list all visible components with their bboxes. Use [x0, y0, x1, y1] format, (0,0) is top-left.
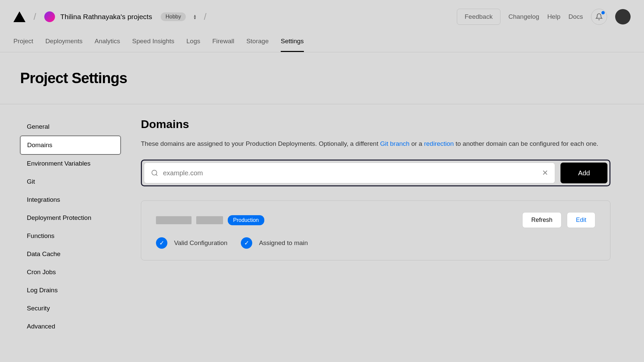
- changelog-link[interactable]: Changelog: [508, 13, 539, 20]
- section-title: Domains: [141, 118, 610, 131]
- docs-link[interactable]: Docs: [569, 13, 583, 20]
- user-avatar[interactable]: [615, 9, 631, 24]
- sidebar-item-deployment-protection[interactable]: Deployment Protection: [20, 209, 121, 227]
- sidebar-item-cron-jobs[interactable]: Cron Jobs: [20, 263, 121, 281]
- redirection-link[interactable]: redirection: [424, 140, 454, 147]
- settings-sidebar: GeneralDomainsEnvironment VariablesGitIn…: [20, 118, 121, 336]
- domain-name-redacted: [156, 216, 192, 224]
- sidebar-item-general[interactable]: General: [20, 118, 121, 136]
- plan-badge: Hobby: [161, 12, 185, 21]
- tab-analytics[interactable]: Analytics: [95, 34, 120, 52]
- scope-switcher-icon[interactable]: ▴▾: [194, 14, 196, 19]
- production-badge: Production: [228, 215, 264, 225]
- domain-card: Production Refresh Edit ✓ Valid Configur…: [141, 200, 610, 260]
- help-link[interactable]: Help: [547, 13, 560, 20]
- status-valid-config: ✓ Valid Configuration: [156, 237, 227, 249]
- feedback-button[interactable]: Feedback: [457, 9, 500, 25]
- separator-icon: /: [34, 11, 36, 22]
- add-button[interactable]: Add: [560, 163, 607, 183]
- team-avatar-icon[interactable]: [44, 11, 55, 22]
- page-title: Project Settings: [20, 70, 624, 86]
- vercel-logo-icon[interactable]: [13, 11, 25, 22]
- nav-tabs: ProjectDeploymentsAnalyticsSpeed Insight…: [0, 34, 644, 52]
- add-domain-form: ✕ Add: [141, 160, 610, 186]
- sidebar-item-integrations[interactable]: Integrations: [20, 191, 121, 209]
- tab-deployments[interactable]: Deployments: [45, 34, 83, 52]
- check-circle-icon: ✓: [156, 237, 167, 249]
- sidebar-item-domains[interactable]: Domains: [20, 136, 121, 155]
- section-description: These domains are assigned to your Produ…: [141, 139, 610, 149]
- edit-button[interactable]: Edit: [567, 212, 595, 228]
- bell-icon: [595, 13, 603, 20]
- git-branch-link[interactable]: Git branch: [380, 140, 410, 147]
- clear-icon[interactable]: ✕: [542, 169, 548, 177]
- svg-point-0: [152, 170, 157, 175]
- tab-storage[interactable]: Storage: [246, 34, 269, 52]
- check-circle-icon: ✓: [241, 237, 252, 249]
- domain-name-redacted: [196, 216, 223, 224]
- tab-firewall[interactable]: Firewall: [212, 34, 234, 52]
- sidebar-item-git[interactable]: Git: [20, 173, 121, 191]
- project-name[interactable]: Thilina Rathnayaka's projects: [60, 13, 152, 21]
- tab-logs[interactable]: Logs: [186, 34, 200, 52]
- domain-input[interactable]: [163, 169, 542, 177]
- sidebar-item-advanced[interactable]: Advanced: [20, 317, 121, 336]
- domain-input-wrapper[interactable]: ✕: [144, 163, 555, 183]
- sidebar-item-security[interactable]: Security: [20, 299, 121, 317]
- sidebar-item-data-cache[interactable]: Data Cache: [20, 245, 121, 263]
- sidebar-item-functions[interactable]: Functions: [20, 227, 121, 245]
- notification-dot-icon: [601, 11, 605, 14]
- status-assigned: ✓ Assigned to main: [241, 237, 308, 249]
- search-icon: [151, 169, 158, 177]
- sidebar-item-log-drains[interactable]: Log Drains: [20, 281, 121, 299]
- svg-line-1: [156, 175, 157, 176]
- notifications-button[interactable]: [591, 9, 607, 25]
- tab-settings[interactable]: Settings: [281, 34, 304, 52]
- separator-icon: /: [204, 11, 207, 22]
- refresh-button[interactable]: Refresh: [522, 212, 561, 228]
- tab-speed-insights[interactable]: Speed Insights: [132, 34, 174, 52]
- sidebar-item-environment-variables[interactable]: Environment Variables: [20, 155, 121, 173]
- tab-project[interactable]: Project: [13, 34, 33, 52]
